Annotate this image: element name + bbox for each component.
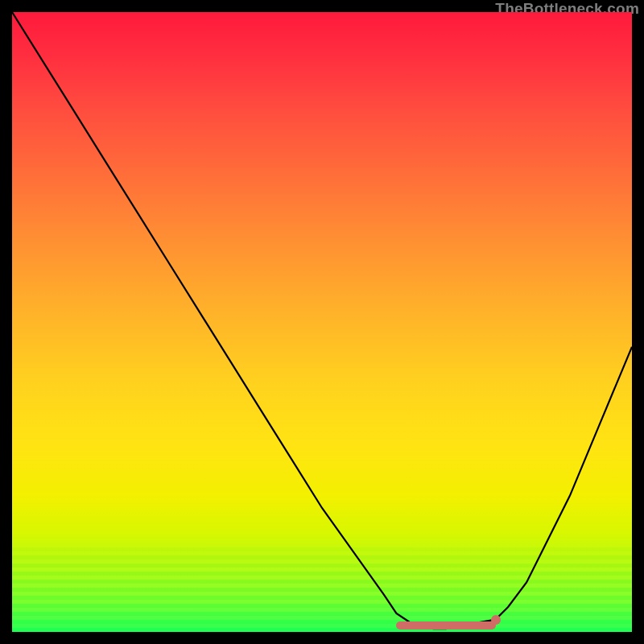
optimal-range-bar — [396, 621, 495, 630]
chart-stage: TheBottleneck.com — [0, 0, 644, 644]
optimal-point-marker — [491, 615, 501, 625]
plot-area — [12, 12, 632, 632]
gradient-background — [12, 12, 632, 632]
